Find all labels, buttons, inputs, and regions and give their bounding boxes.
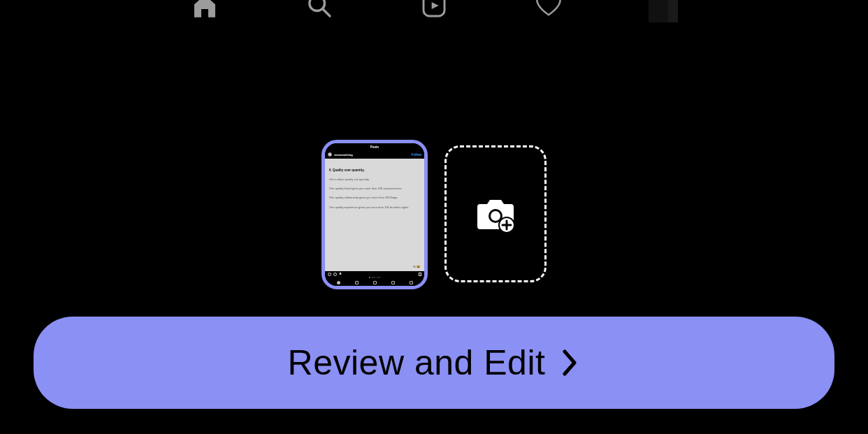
preview-line: One quality experience gives you more th… <box>329 205 420 209</box>
camera-plus-icon <box>475 194 516 233</box>
thumbnail-selected[interactable]: Posts stemwatching Follow 6. Quality ove… <box>321 140 428 289</box>
chevron-right-icon <box>560 349 580 377</box>
thumbnail-preview: Posts stemwatching Follow 6. Quality ove… <box>325 143 424 286</box>
preview-line: One quality friend gives you more than 1… <box>329 187 420 190</box>
thumbnail-row: Posts stemwatching Follow 6. Quality ove… <box>0 140 868 289</box>
preview-action-row <box>325 271 424 277</box>
search-icon[interactable] <box>304 0 335 21</box>
preview-username: stemwatching <box>334 153 353 157</box>
review-and-edit-button[interactable]: Review and Edit <box>34 317 834 409</box>
preview-top-label: Posts <box>370 145 379 149</box>
svg-line-1 <box>323 9 330 16</box>
top-nav <box>0 0 868 24</box>
svg-rect-2 <box>424 0 444 16</box>
reels-icon[interactable] <box>419 0 449 21</box>
preview-line: One quality relationship gives you more … <box>329 196 420 199</box>
heart-icon[interactable] <box>533 0 564 21</box>
preview-corner: % 🤓 <box>413 265 420 268</box>
cta-label: Review and Edit <box>288 342 546 383</box>
thumbnail-add[interactable] <box>444 145 547 282</box>
preview-avatar <box>328 152 332 157</box>
avatar[interactable] <box>648 0 679 21</box>
preview-follow: Follow <box>412 153 421 157</box>
preview-line: Life is about quality, not quantity. <box>329 178 420 181</box>
svg-point-4 <box>491 211 500 221</box>
home-icon[interactable] <box>189 0 220 21</box>
preview-heading: 6. Quality over quantity. <box>329 168 420 172</box>
